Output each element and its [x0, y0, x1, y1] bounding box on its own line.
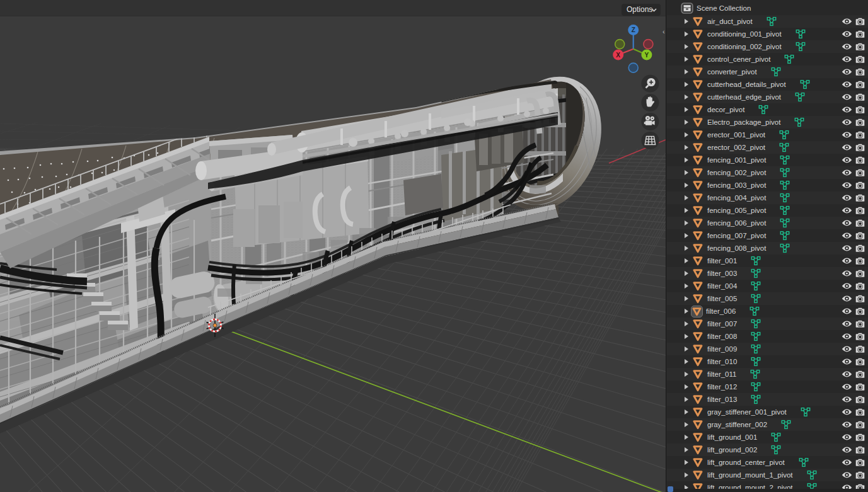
svg-text:‹: ‹ [663, 28, 665, 35]
svg-text:Y: Y [645, 52, 649, 59]
svg-text:X: X [616, 52, 620, 59]
svg-text:Z: Z [632, 26, 635, 33]
